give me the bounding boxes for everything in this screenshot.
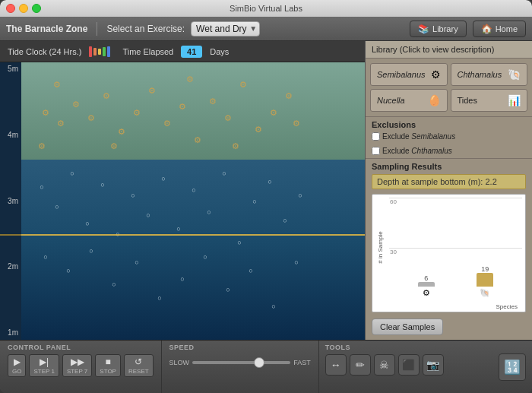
tools-label: TOOLS bbox=[325, 344, 486, 351]
speed-slider[interactable] bbox=[192, 361, 290, 364]
barnacle-gold: ⚙ bbox=[118, 128, 125, 136]
speed-slider-row: SLOW FAST bbox=[169, 359, 311, 366]
excl-chthamalus-label: Exclude Chthamalus bbox=[382, 147, 452, 155]
barnacle-gold: ⚙ bbox=[239, 81, 247, 89]
barnacle-white: ○ bbox=[85, 220, 89, 227]
lib-item-nucella[interactable]: Nucella 🥚 bbox=[370, 89, 448, 112]
skull-tool[interactable]: ☠ bbox=[374, 354, 395, 376]
title-bar: SimBio Virtual Labs bbox=[0, 0, 532, 17]
barnacle-white: ○ bbox=[237, 239, 241, 246]
ruler-2m: 2m bbox=[0, 263, 21, 271]
barnacle-gold: ⚙ bbox=[103, 91, 110, 100]
excl-chthamalus-checkbox[interactable] bbox=[372, 147, 380, 155]
go-button[interactable]: ▶ GO bbox=[8, 354, 26, 377]
bottom-zone bbox=[21, 242, 365, 340]
calculator-button[interactable]: 🔢 bbox=[499, 353, 526, 381]
barnacle-gold: ⚙ bbox=[42, 108, 49, 116]
step1-label: STEP 1 bbox=[33, 368, 54, 375]
barnacle-white: ○ bbox=[89, 248, 93, 255]
chthamalus-icon: 🐚 bbox=[508, 68, 521, 81]
excl-chthamalus-item[interactable]: Exclude Chthamalus bbox=[372, 147, 452, 155]
barnacle-white: ○ bbox=[131, 192, 135, 199]
barnacle-gold: ⚙ bbox=[133, 108, 141, 116]
barnacle-gold: ⚙ bbox=[38, 141, 46, 150]
tide-seg-1 bbox=[89, 46, 92, 57]
right-panel: Library (Click to view description) Semi… bbox=[365, 41, 532, 340]
go-icon: ▶ bbox=[14, 357, 21, 367]
reset-label: RESET bbox=[128, 368, 149, 375]
move-tool[interactable]: ↔ bbox=[325, 354, 347, 376]
barnacle-gold: ⚙ bbox=[53, 81, 61, 89]
barnacle-white: ○ bbox=[161, 176, 165, 182]
lib-tides-label: Tides bbox=[458, 96, 478, 105]
pencil-tool[interactable]: ✏ bbox=[350, 354, 371, 376]
bar-group-semi: 6 ⚙ bbox=[418, 274, 435, 298]
library-button[interactable]: 📚 Library bbox=[410, 21, 467, 37]
step1-icon: ▶| bbox=[40, 357, 49, 367]
elapsed-label: Time Elapsed bbox=[122, 47, 173, 56]
bar-icon-semi: ⚙ bbox=[423, 288, 430, 298]
calculator-area: 🔢 bbox=[492, 341, 532, 393]
stop-icon: ■ bbox=[105, 357, 110, 367]
exercise-select[interactable]: Wet and Dry bbox=[191, 21, 260, 36]
barnacle-white: ○ bbox=[43, 253, 47, 260]
block-tool[interactable]: ⬛ bbox=[398, 354, 420, 376]
control-panel-label: CONTROL PANEL bbox=[8, 344, 154, 351]
exercise-select-wrapper[interactable]: Wet and Dry ▼ bbox=[191, 21, 260, 36]
close-button[interactable] bbox=[6, 4, 15, 13]
bar-value-chth: 19 bbox=[481, 265, 489, 273]
barnacle-white: ○ bbox=[176, 226, 180, 233]
minimize-button[interactable] bbox=[19, 4, 28, 13]
controls-section: CONTROL PANEL ▶ GO ▶| STEP 1 ▶▶ STEP 7 ■… bbox=[0, 341, 162, 393]
excl-semibalanus-label: Exclude Semibalanus bbox=[382, 132, 455, 141]
tide-seg-4 bbox=[103, 47, 106, 56]
step7-icon: ▶▶ bbox=[71, 357, 84, 367]
home-button[interactable]: 🏠 Home bbox=[473, 21, 526, 37]
sample-line bbox=[0, 234, 365, 236]
content-area: Tide Clock (24 Hrs.) Time Elapsed 41 Day… bbox=[0, 41, 532, 340]
semibalanus-icon: ⚙ bbox=[431, 68, 441, 81]
days-value: 41 bbox=[181, 46, 202, 58]
control-panel: CONTROL PANEL ▶ GO ▶| STEP 1 ▶▶ STEP 7 ■… bbox=[0, 340, 532, 393]
lib-item-tides[interactable]: Tides 📊 bbox=[451, 89, 528, 112]
barnacle-white: ○ bbox=[271, 303, 275, 310]
days-label: Days bbox=[210, 47, 229, 56]
camera-tool[interactable]: 📷 bbox=[423, 354, 444, 376]
bar-icon-chth: 🐚 bbox=[480, 288, 490, 298]
tide-clock-visual bbox=[89, 46, 110, 57]
depth-label: Depth at sample bottom (m): bbox=[377, 177, 483, 186]
barnacle-white: ○ bbox=[268, 178, 271, 185]
barnacle-gold: ⚙ bbox=[224, 114, 232, 122]
barnacle-white: ○ bbox=[157, 295, 161, 302]
barnacle-white: ○ bbox=[294, 258, 298, 265]
exclusions-title: Exclusions bbox=[372, 120, 526, 129]
ocean-simulation[interactable]: 5m 4m 3m 2m 1m ⚙ ⚙ ⚙ ⚙ ⚙ ⚙ ⚙ bbox=[0, 62, 365, 340]
barnacle-white: ○ bbox=[112, 281, 116, 288]
clear-samples-button[interactable]: Clear Samples bbox=[372, 319, 443, 335]
excl-semibalanus-checkbox[interactable] bbox=[372, 132, 380, 141]
chart-area: # in Sample 60 30 bbox=[372, 194, 526, 312]
barnacle-gold: ⚙ bbox=[57, 119, 65, 128]
barnacle-white: ○ bbox=[203, 253, 207, 260]
barnacle-white: ○ bbox=[298, 192, 302, 199]
stop-button[interactable]: ■ STOP bbox=[95, 354, 121, 377]
reset-button[interactable]: ↺ RESET bbox=[124, 354, 154, 377]
chart-inner: 60 30 6 ⚙ bbox=[389, 198, 522, 298]
step7-button[interactable]: ▶▶ STEP 7 bbox=[62, 354, 92, 377]
lib-item-chthamalus[interactable]: Chthamalus 🐚 bbox=[451, 63, 528, 86]
excl-semibalanus-item[interactable]: Exclude Semibalanus bbox=[372, 132, 455, 141]
barnacle-white: ○ bbox=[146, 211, 150, 218]
maximize-button[interactable] bbox=[32, 4, 41, 13]
barnacle-white: ○ bbox=[100, 181, 104, 188]
step1-button[interactable]: ▶| STEP 1 bbox=[29, 354, 59, 377]
sampling-section: Sampling Results Depth at sample bottom … bbox=[366, 158, 532, 315]
barnacle-gold: ⚙ bbox=[110, 141, 118, 150]
bars-container: 6 ⚙ 19 🐚 bbox=[397, 198, 515, 298]
bar-group-chth: 19 🐚 bbox=[477, 265, 493, 298]
barnacle-gold: ⚙ bbox=[186, 74, 194, 83]
depth-value: 2.2 bbox=[485, 177, 496, 186]
barnacle-gold: ⚙ bbox=[293, 119, 300, 128]
lib-item-semibalanus[interactable]: Semibalanus ⚙ bbox=[370, 63, 448, 86]
y-axis-label: # in Sample bbox=[377, 231, 384, 263]
barnacle-white: ○ bbox=[222, 170, 226, 177]
